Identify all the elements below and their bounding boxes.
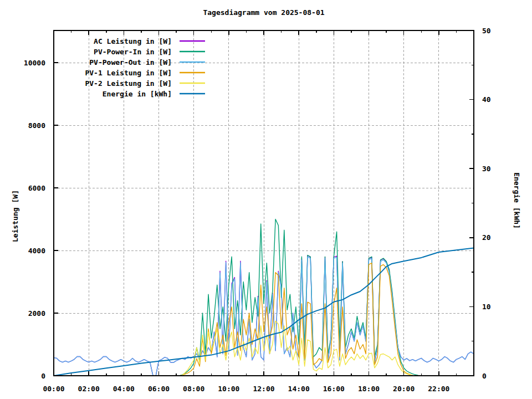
y-tick-label: 8000 bbox=[28, 121, 45, 130]
y2-axis-title: Energie [kWh] bbox=[513, 172, 521, 229]
y-tick-label: 0 bbox=[41, 372, 45, 380]
x-tick-label: 12:00 bbox=[253, 385, 274, 393]
x-tick-label: 18:00 bbox=[358, 385, 380, 393]
y-tick-label: 10000 bbox=[24, 59, 45, 67]
legend-label: AC Leistung in [W] bbox=[94, 37, 172, 45]
x-tick-label: 08:00 bbox=[183, 385, 204, 393]
x-tick-label: 00:00 bbox=[43, 385, 64, 393]
legend: AC Leistung in [W]PV-Power-In in [W]PV-P… bbox=[85, 37, 205, 98]
y2-tick-label: 10 bbox=[482, 303, 491, 311]
y2-tick-label: 20 bbox=[482, 233, 491, 242]
data-series bbox=[54, 219, 474, 376]
x-tick-label: 20:00 bbox=[393, 385, 415, 393]
legend-label: PV-2 Leistung in [W] bbox=[85, 79, 172, 88]
chart-title: Tagesdiagramm vom 2025-08-01 bbox=[203, 8, 324, 17]
plot-area: Tagesdiagramm vom 2025-08-01 Leistung [W… bbox=[0, 0, 532, 399]
y2-tick-label: 0 bbox=[482, 372, 487, 380]
y-tick-label: 4000 bbox=[28, 247, 45, 255]
day-diagram-chart: { "title": "Tagesdiagramm vom 2025-08-01… bbox=[0, 0, 532, 399]
x-tick-label: 04:00 bbox=[113, 385, 135, 393]
y2-tick-label: 30 bbox=[482, 165, 491, 173]
y-tick-label: 6000 bbox=[28, 184, 45, 192]
x-tick-label: 16:00 bbox=[323, 385, 345, 393]
legend-label: PV-Power-In in [W] bbox=[94, 48, 172, 56]
legend-label: PV-1 Leistung in [W] bbox=[85, 69, 172, 77]
x-tick-label: 06:00 bbox=[148, 385, 170, 393]
y2-tick-label: 50 bbox=[482, 27, 491, 35]
series-line-pv-power-out-in-w- bbox=[54, 257, 474, 376]
x-tick-label: 10:00 bbox=[218, 385, 239, 393]
x-tick-label: 22:00 bbox=[428, 385, 449, 393]
x-tick-label: 14:00 bbox=[288, 385, 310, 393]
y2-tick-label: 40 bbox=[482, 95, 491, 104]
y-tick-label: 2000 bbox=[28, 309, 45, 318]
x-tick-label: 02:00 bbox=[78, 385, 100, 393]
y-axis-title: Leistung [W] bbox=[11, 190, 19, 242]
legend-label: PV-Power-Out in [W] bbox=[89, 58, 172, 66]
legend-label: Energie in [kWh] bbox=[103, 90, 172, 98]
